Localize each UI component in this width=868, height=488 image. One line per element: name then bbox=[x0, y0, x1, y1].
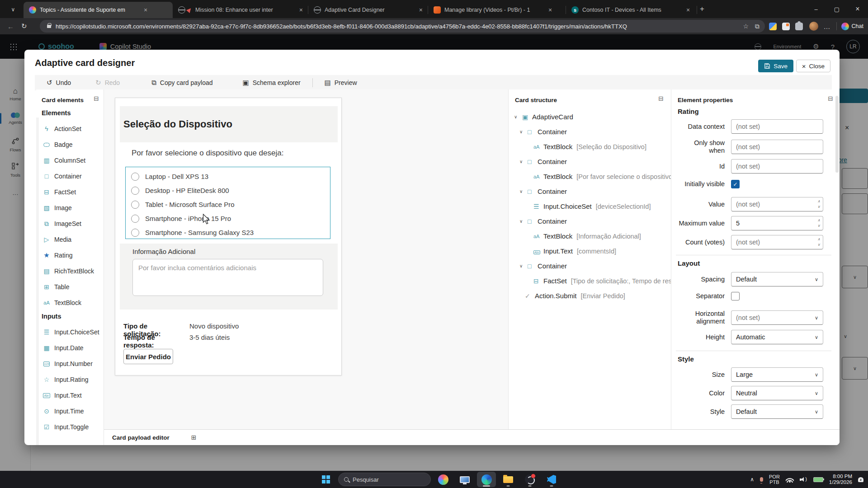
card-title-container[interactable]: Seleção do Dispositivo bbox=[120, 106, 338, 142]
radio-icon[interactable] bbox=[131, 173, 139, 181]
chevron-down-icon[interactable]: ∨ bbox=[519, 159, 528, 164]
taskbar-file-explorer[interactable] bbox=[499, 472, 518, 487]
hidden-icons-chevron-icon[interactable]: ∧ bbox=[750, 476, 754, 483]
taskbar-obs[interactable] bbox=[520, 472, 539, 487]
tree-row-container[interactable]: ∨□Container bbox=[509, 184, 671, 199]
taskbar-vscode[interactable] bbox=[542, 472, 561, 487]
element-item-richtextblock[interactable]: ▤RichTextBlock bbox=[39, 263, 103, 279]
chevron-down-icon[interactable]: ∨ bbox=[514, 114, 522, 119]
undo-button[interactable]: ↺Undo bbox=[47, 79, 71, 87]
tab-close-icon[interactable]: × bbox=[418, 6, 424, 14]
notification-bell-icon[interactable]: z bbox=[858, 477, 863, 482]
chevron-down-icon[interactable]: ∨ bbox=[519, 219, 528, 224]
extension-editor-icon[interactable] bbox=[769, 23, 777, 30]
id-field[interactable]: (not set) bbox=[731, 159, 823, 174]
height-dropdown[interactable]: Automatic∨ bbox=[731, 330, 823, 344]
browser-tab-contoso[interactable]: s Contoso IT - Devices - All Items × bbox=[566, 2, 697, 18]
browser-tab-mission[interactable]: Mission 08: Enhance user inter × bbox=[173, 2, 308, 18]
copilot-chat-button[interactable]: Chat bbox=[841, 23, 863, 30]
tab-search-icon[interactable]: ∨ bbox=[6, 5, 20, 14]
size-dropdown[interactable]: Large∨ bbox=[731, 367, 823, 382]
language-indicator[interactable]: POR PTB bbox=[769, 474, 780, 485]
battery-icon[interactable] bbox=[813, 477, 823, 482]
search-input[interactable] bbox=[353, 476, 420, 483]
element-item-textblock[interactable]: aATextBlock bbox=[39, 295, 103, 310]
taskbar-edge[interactable] bbox=[477, 472, 496, 487]
browser-profile-avatar[interactable] bbox=[809, 22, 818, 31]
element-item-table[interactable]: ⊞Table bbox=[39, 279, 103, 295]
chevron-down-icon[interactable]: ∨ bbox=[519, 263, 528, 268]
card-prompt[interactable]: Por favor selecione o dispositivo que de… bbox=[132, 149, 283, 158]
extensions-puzzle-icon[interactable] bbox=[795, 23, 803, 30]
chevron-down-icon[interactable]: ∨ bbox=[519, 189, 528, 194]
element-item-container[interactable]: □Container bbox=[39, 169, 103, 184]
address-bar[interactable]: https://copilotstudio.microsoft.com/envi… bbox=[40, 20, 765, 33]
redo-button[interactable]: ↻Redo bbox=[95, 79, 120, 87]
separator-checkbox[interactable] bbox=[731, 292, 740, 300]
card-payload-editor-bar[interactable]: Card payload editor ⊞ bbox=[104, 429, 840, 445]
tab-close-icon[interactable]: × bbox=[685, 6, 691, 14]
back-icon[interactable]: ← bbox=[7, 23, 14, 30]
device-choice-set[interactable]: Laptop - Dell XPS 13 Desktop - HP EliteD… bbox=[125, 167, 330, 239]
element-item-imageset[interactable]: ⧉ImageSet bbox=[39, 216, 103, 231]
element-item-input-text[interactable]: AbcInput.Text bbox=[39, 388, 103, 403]
url-text[interactable]: https://copilotstudio.microsoft.com/envi… bbox=[56, 23, 736, 30]
spacing-dropdown[interactable]: Default∨ bbox=[731, 272, 823, 286]
chevron-down-icon[interactable]: ∨ bbox=[519, 129, 528, 134]
tree-row-textblock[interactable]: aATextBlock[Por favor selecione o dispos… bbox=[509, 169, 671, 184]
tree-row-action-submit[interactable]: ✓Action.Submit[Enviar Pedido] bbox=[509, 288, 671, 303]
taskbar-search[interactable] bbox=[338, 473, 431, 486]
radio-icon[interactable] bbox=[131, 229, 139, 237]
taskbar-remote-desktop[interactable] bbox=[455, 472, 474, 487]
tree-row-container[interactable]: ∨□Container bbox=[509, 214, 671, 229]
tree-row-textblock[interactable]: aATextBlock[Seleção do Dispositivo] bbox=[509, 139, 671, 154]
tab-close-icon[interactable]: × bbox=[143, 6, 148, 14]
schema-explorer-button[interactable]: ▣Schema explorer bbox=[243, 79, 301, 87]
element-item-input-number[interactable]: 123Input.Number bbox=[39, 356, 103, 371]
radio-icon[interactable] bbox=[131, 187, 139, 195]
tree-row-textblock[interactable]: aATextBlock[Informação Adicional] bbox=[509, 229, 671, 244]
tab-close-icon[interactable]: × bbox=[547, 6, 553, 14]
choice-option[interactable]: Tablet - Microsoft Surface Pro bbox=[126, 197, 330, 211]
initially-visible-checkbox[interactable]: ✓ bbox=[731, 180, 740, 188]
taskbar-copilot[interactable] bbox=[434, 472, 453, 487]
tree-row-factset[interactable]: ⊟FactSet[Tipo de solicitação:, Tempo de … bbox=[509, 273, 671, 288]
collapse-panel-icon[interactable]: ⊟ bbox=[828, 95, 833, 102]
choice-option[interactable]: Desktop - HP EliteDesk 800 bbox=[126, 183, 330, 197]
only-show-when-field[interactable]: (not set) bbox=[731, 140, 823, 154]
element-item-image[interactable]: ▧Image bbox=[39, 200, 103, 216]
window-close-icon[interactable]: × bbox=[847, 0, 868, 18]
choice-option[interactable]: Laptop - Dell XPS 13 bbox=[126, 169, 330, 183]
tree-row-container[interactable]: ∨□Container bbox=[509, 258, 671, 273]
browser-more-icon[interactable]: … bbox=[824, 23, 831, 30]
expand-plus-icon[interactable]: ⊞ bbox=[191, 434, 197, 441]
submit-button[interactable]: Enviar Pedido bbox=[123, 349, 173, 364]
preview-button[interactable]: ▤Preview bbox=[325, 79, 357, 87]
element-item-input-choiceset[interactable]: ☰Input.ChoiceSet bbox=[39, 324, 103, 340]
choice-option[interactable]: Smartphone - Samsung Galaxy S23 bbox=[126, 225, 330, 239]
element-item-input-rating[interactable]: ☆Input.Rating bbox=[39, 372, 103, 387]
bookmark-star-icon[interactable]: ☆ bbox=[743, 23, 749, 30]
tree-row-adaptivecard[interactable]: ∨▣AdaptiveCard bbox=[509, 109, 671, 124]
spinner-icons[interactable]: ∧∨ bbox=[817, 218, 820, 229]
collapse-panel-icon[interactable]: ⊟ bbox=[658, 95, 664, 102]
adaptive-card-preview[interactable]: Seleção do Dispositivo Por favor selecio… bbox=[115, 98, 342, 375]
volume-icon[interactable]: ) bbox=[800, 477, 807, 483]
color-dropdown[interactable]: Neutral∨ bbox=[731, 386, 823, 400]
tab-close-icon[interactable]: × bbox=[298, 6, 304, 14]
collapse-panel-icon[interactable]: ⊟ bbox=[94, 95, 99, 102]
tree-row-input-choiceset[interactable]: ☰Input.ChoiceSet[deviceSelectionId] bbox=[509, 199, 671, 214]
element-item-rating[interactable]: ★Rating bbox=[39, 248, 103, 263]
start-button[interactable] bbox=[316, 472, 335, 487]
element-item-input-date[interactable]: ▦Input.Date bbox=[39, 340, 103, 356]
element-item-factset[interactable]: ⊟FactSet bbox=[39, 184, 103, 200]
tree-row-container[interactable]: ∨□Container bbox=[509, 124, 671, 139]
microphone-icon[interactable] bbox=[760, 477, 763, 482]
data-context-field[interactable]: (not set) bbox=[731, 119, 823, 134]
scrollbar-thumb[interactable] bbox=[835, 96, 839, 173]
window-maximize-icon[interactable]: ▢ bbox=[826, 0, 847, 18]
count-votes-field[interactable]: (not set)∧∨ bbox=[731, 235, 823, 249]
radio-icon[interactable] bbox=[131, 215, 139, 223]
element-item-media[interactable]: ▷Media bbox=[39, 232, 103, 247]
new-tab-icon[interactable]: + bbox=[700, 5, 704, 14]
